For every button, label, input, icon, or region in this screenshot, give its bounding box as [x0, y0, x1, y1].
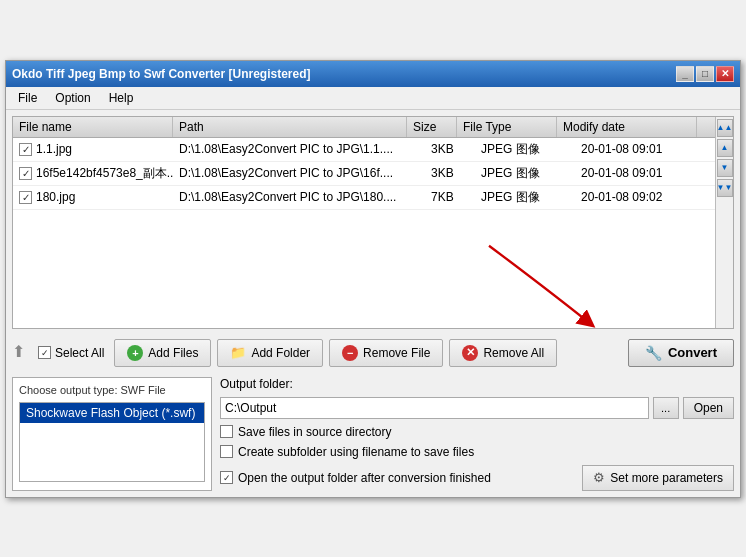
menu-help[interactable]: Help: [101, 89, 142, 107]
table-row: 1.1.jpg D:\1.08\Easy2Convert PIC to JPG\…: [13, 138, 715, 162]
move-up-button[interactable]: ▲: [717, 139, 733, 157]
window-controls: _ □ ✕: [676, 66, 734, 82]
maximize-button[interactable]: □: [696, 66, 714, 82]
table-row: 16f5e142bf4573e8_副本... D:\1.08\Easy2Conv…: [13, 162, 715, 186]
output-settings: Output folder: ... Open Save files in so…: [220, 377, 734, 491]
browse-button[interactable]: ...: [653, 397, 679, 419]
open-after-label: Open the output folder after conversion …: [238, 471, 491, 485]
convert-button[interactable]: 🔧 Convert: [628, 339, 734, 367]
create-subfolder-label: Create subfolder using filename to save …: [238, 445, 474, 459]
remove-file-button[interactable]: − Remove File: [329, 339, 443, 367]
create-subfolder-row: Create subfolder using filename to save …: [220, 445, 734, 459]
cell-name-1: 16f5e142bf4573e8_副本...: [13, 162, 173, 185]
file-list-wrapper: File name Path Size File Type Modify dat…: [12, 116, 734, 329]
toolbar-row: ⬆ Select All + Add Files 📁 Add Folder − …: [12, 335, 734, 371]
bottom-section: Choose output type: SWF File Shockwave F…: [12, 377, 734, 491]
output-type-selected[interactable]: Shockwave Flash Object (*.swf): [20, 403, 204, 423]
file-list-main: File name Path Size File Type Modify dat…: [13, 117, 715, 328]
move-down-button[interactable]: ▼: [717, 159, 733, 177]
file-list-header: File name Path Size File Type Modify dat…: [13, 117, 715, 138]
row-checkbox-1[interactable]: [19, 167, 32, 180]
open-after-row: Open the output folder after conversion …: [220, 471, 491, 485]
upload-icon: ⬆: [12, 342, 34, 364]
cell-type-2: JPEG 图像: [475, 186, 575, 209]
header-filename: File name: [13, 117, 173, 137]
remove-all-button[interactable]: ✕ Remove All: [449, 339, 557, 367]
cell-type-1: JPEG 图像: [475, 162, 575, 185]
title-bar: Okdo Tiff Jpeg Bmp to Swf Converter [Unr…: [6, 61, 740, 87]
header-modifydate: Modify date: [557, 117, 697, 137]
main-window: Okdo Tiff Jpeg Bmp to Swf Converter [Unr…: [5, 60, 741, 498]
last-row: Open the output folder after conversion …: [220, 465, 734, 491]
open-folder-button[interactable]: Open: [683, 397, 734, 419]
folder-icon: 📁: [230, 345, 246, 360]
table-row: 180.jpg D:\1.08\Easy2Convert PIC to JPG\…: [13, 186, 715, 210]
cell-date-2: 20-01-08 09:02: [575, 187, 715, 207]
save-source-checkbox[interactable]: [220, 425, 233, 438]
add-files-icon: +: [127, 345, 143, 361]
cell-path-0: D:\1.08\Easy2Convert PIC to JPG\1.1....: [173, 139, 425, 159]
file-list-outer: File name Path Size File Type Modify dat…: [13, 117, 733, 328]
add-files-button[interactable]: + Add Files: [114, 339, 211, 367]
remove-all-icon: ✕: [462, 345, 478, 361]
cell-size-2: 7KB: [425, 187, 475, 207]
move-top-button[interactable]: ▲▲: [717, 119, 733, 137]
select-all-area: ⬆ Select All: [12, 342, 104, 364]
file-list-section: File name Path Size File Type Modify dat…: [12, 116, 734, 329]
save-source-row: Save files in source directory: [220, 425, 734, 439]
set-params-button[interactable]: ⚙ Set more parameters: [582, 465, 734, 491]
cell-date-1: 20-01-08 09:01: [575, 163, 715, 183]
output-folder-input-row: ... Open: [220, 397, 734, 419]
cell-path-2: D:\1.08\Easy2Convert PIC to JPG\180....: [173, 187, 425, 207]
main-content: File name Path Size File Type Modify dat…: [6, 110, 740, 497]
select-all-label: Select All: [55, 346, 104, 360]
menu-option[interactable]: Option: [47, 89, 98, 107]
cell-size-1: 3KB: [425, 163, 475, 183]
output-folder-label: Output folder:: [220, 377, 293, 391]
create-subfolder-checkbox[interactable]: [220, 445, 233, 458]
move-bottom-button[interactable]: ▼▼: [717, 179, 733, 197]
output-type-list[interactable]: Shockwave Flash Object (*.swf): [19, 402, 205, 482]
select-all-checkbox[interactable]: [38, 346, 51, 359]
output-folder-input[interactable]: [220, 397, 649, 419]
header-filetype: File Type: [457, 117, 557, 137]
remove-file-icon: −: [342, 345, 358, 361]
gear-icon: ⚙: [593, 470, 605, 485]
side-arrows: ▲▲ ▲ ▼ ▼▼: [715, 117, 733, 328]
cell-date-0: 20-01-08 09:01: [575, 139, 715, 159]
output-folder-row: Output folder:: [220, 377, 734, 391]
cell-name-0: 1.1.jpg: [13, 139, 173, 159]
output-type-title: Choose output type: SWF File: [19, 384, 205, 396]
cell-size-0: 3KB: [425, 139, 475, 159]
save-source-label: Save files in source directory: [238, 425, 391, 439]
cell-type-0: JPEG 图像: [475, 138, 575, 161]
file-list-body: 1.1.jpg D:\1.08\Easy2Convert PIC to JPG\…: [13, 138, 715, 328]
cell-path-1: D:\1.08\Easy2Convert PIC to JPG\16f....: [173, 163, 425, 183]
header-size: Size: [407, 117, 457, 137]
menu-bar: File Option Help: [6, 87, 740, 110]
convert-icon: 🔧: [645, 345, 662, 361]
cell-name-2: 180.jpg: [13, 187, 173, 207]
add-folder-button[interactable]: 📁 Add Folder: [217, 339, 323, 367]
window-title: Okdo Tiff Jpeg Bmp to Swf Converter [Unr…: [12, 67, 310, 81]
header-path: Path: [173, 117, 407, 137]
row-checkbox-2[interactable]: [19, 191, 32, 204]
output-type-box: Choose output type: SWF File Shockwave F…: [12, 377, 212, 491]
menu-file[interactable]: File: [10, 89, 45, 107]
open-after-checkbox[interactable]: [220, 471, 233, 484]
row-checkbox-0[interactable]: [19, 143, 32, 156]
minimize-button[interactable]: _: [676, 66, 694, 82]
close-button[interactable]: ✕: [716, 66, 734, 82]
